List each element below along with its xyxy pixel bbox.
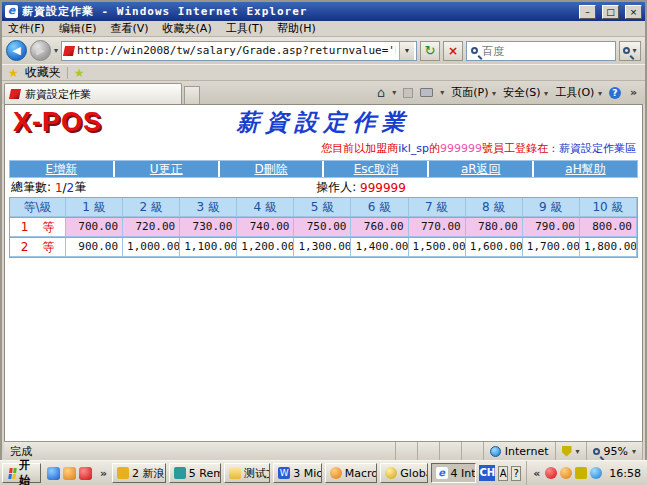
refresh-icon[interactable]: ↻ [420, 41, 440, 61]
ie-icon: e [5, 5, 18, 18]
forward-button[interactable]: ▶ [30, 40, 51, 61]
home-icon[interactable]: ⌂ [377, 85, 385, 100]
help-button[interactable]: aH幫助 [534, 161, 637, 177]
address-input[interactable] [77, 44, 396, 57]
home-dropdown-icon[interactable]: ▾ [392, 88, 396, 97]
taskbar-button-global[interactable]: Global... [380, 463, 427, 483]
current-record: 1 [55, 181, 63, 195]
menu-favorites[interactable]: 收藏夹(A) [163, 21, 212, 36]
protected-mode-pane[interactable]: ▾ [556, 442, 587, 460]
help-icon[interactable]: ? [609, 87, 621, 99]
address-bar[interactable]: ▾ [61, 41, 417, 61]
back-button[interactable]: ◀ [6, 40, 27, 61]
search-input[interactable] [482, 45, 611, 57]
taskbar-button-sina-uc[interactable]: 2 新浪UC▾ [112, 463, 166, 483]
folder-icon [229, 467, 241, 479]
command-bar: ⌂▾ ▾ 页面(P) ▾ 安全(S) ▾ 工具(O) ▾ ? » [377, 81, 643, 104]
col-header: 7 級 [409, 198, 466, 217]
col-header: 等\級 [10, 198, 66, 217]
menu-view[interactable]: 查看(V) [110, 21, 148, 36]
tab-salary-setting[interactable]: 薪資設定作業 [4, 83, 182, 104]
favorites-label[interactable]: 收藏夹 [25, 64, 61, 81]
print-icon[interactable] [420, 88, 433, 97]
total-records: 2 [67, 181, 75, 195]
tray-update-icon[interactable] [575, 467, 587, 479]
login-status-line: 您目前以加盟商ikl_sp的999999號員工登錄在：薪資設定作業區 [5, 139, 642, 159]
history-dropdown-icon[interactable]: ▾ [54, 46, 58, 55]
menu-tools[interactable]: 工具(T) [226, 21, 263, 36]
table-row[interactable]: 2等 900.00 1,000.00 1,100.00 1,200.00 1,3… [9, 238, 638, 258]
menu-bar: 文件(F) 编辑(E) 查看(V) 收藏夹(A) 工具(T) 帮助(H) [2, 21, 645, 37]
record-info-row: 總筆數: 1 /2筆 操作人: 999999 [5, 178, 642, 197]
title-bar: e 薪資設定作業 - Windows Internet Explorer – □… [2, 2, 645, 21]
tab-title: 薪資設定作業 [25, 87, 91, 102]
language-indicator[interactable]: CH [479, 465, 495, 481]
search-go-button[interactable]: ▾ [619, 41, 641, 61]
divider [67, 67, 68, 79]
ime-icon[interactable]: A [498, 466, 508, 481]
safety-menu[interactable]: 安全(S) ▾ [503, 85, 548, 100]
quicklaunch-qq-icon[interactable] [79, 467, 92, 480]
operator-value: 999999 [360, 181, 406, 195]
tray-network-icon[interactable] [590, 467, 602, 479]
tray-qq-icon[interactable] [545, 467, 557, 479]
taskbar-button-word[interactable]: W3 Mic...▾ [273, 463, 321, 483]
print-dropdown-icon[interactable]: ▾ [440, 88, 444, 97]
taskbar-button-test-docs[interactable]: 测试文档 [224, 463, 270, 483]
zoom-control[interactable]: 95% ▾ [587, 442, 643, 460]
favorites-bar: ★ 收藏夹 ★ [2, 64, 645, 81]
ime-help-icon[interactable]: ? [511, 466, 521, 481]
cancel-button[interactable]: Esc取消 [324, 161, 427, 177]
salary-grade-table: 等\級 1 級 2 級 3 級 4 級 5 級 6 級 7 級 8 級 9 級 … [9, 197, 638, 218]
security-zone: Internet [484, 442, 556, 460]
status-pane [462, 442, 484, 460]
delete-button[interactable]: D刪除 [220, 161, 323, 177]
search-engine-dropdown-icon[interactable]: ▾ [632, 46, 636, 55]
navigation-bar: ◀ ▶ ▾ ▾ ↻ × ▾ [2, 37, 645, 64]
page-viewport: X-POS 薪資設定作業 您目前以加盟商ikl_sp的999999號員工登錄在：… [4, 104, 643, 441]
search-box[interactable] [466, 41, 616, 61]
add-favorite-icon[interactable]: ★ [74, 66, 85, 80]
page-menu[interactable]: 页面(P) ▾ [451, 85, 496, 100]
taskbar-button-macromedia[interactable]: Macrom... [325, 463, 378, 483]
macromedia-icon [330, 467, 342, 479]
tray-chevron-icon[interactable]: « [531, 467, 542, 480]
menu-file[interactable]: 文件(F) [8, 21, 45, 36]
close-button[interactable]: × [625, 5, 642, 19]
minimize-button[interactable]: – [579, 5, 596, 19]
taskbar-button-internet-explorer[interactable]: e4 Int...▾ [431, 463, 477, 483]
update-button[interactable]: U更正 [115, 161, 218, 177]
zoom-icon [593, 448, 600, 455]
remote-desktop-icon [174, 467, 186, 479]
word-icon: W [278, 467, 290, 479]
address-dropdown-icon[interactable]: ▾ [399, 42, 414, 60]
new-tab-button[interactable] [184, 86, 200, 104]
feed-icon[interactable] [403, 88, 413, 98]
quicklaunch-browser-icon[interactable] [47, 467, 60, 480]
return-button[interactable]: aR返回 [429, 161, 532, 177]
action-button-bar: E增新 U更正 D刪除 Esc取消 aR返回 aH幫助 [9, 160, 638, 178]
col-header: 1 級 [66, 198, 123, 217]
menu-help[interactable]: 帮助(H) [277, 21, 316, 36]
tab-bar: 薪資設定作業 ⌂▾ ▾ 页面(P) ▾ 安全(S) ▾ 工具(O) ▾ ? » [2, 81, 645, 104]
start-button[interactable]: 开始 [2, 463, 41, 483]
maximize-button[interactable]: □ [602, 5, 619, 19]
favorites-star-icon: ★ [8, 66, 19, 80]
col-header: 8 級 [466, 198, 523, 217]
quicklaunch-messenger-icon[interactable] [63, 467, 76, 480]
col-header: 4 級 [237, 198, 294, 217]
status-pane [440, 442, 462, 460]
table-row[interactable]: 1等 700.00 720.00 730.00 740.00 750.00 76… [9, 218, 638, 238]
stop-icon[interactable]: × [443, 41, 463, 61]
global-icon [385, 467, 397, 479]
tools-menu[interactable]: 工具(O) ▾ [555, 85, 602, 100]
total-label: 總筆數: [11, 179, 51, 196]
add-button[interactable]: E增新 [10, 161, 113, 177]
taskbar-button-remote[interactable]: 5 Rem...▾ [169, 463, 221, 483]
tray-flame-icon[interactable] [560, 467, 572, 479]
col-header: 5 級 [294, 198, 351, 217]
taskbar: 开始 » 2 新浪UC▾ 5 Rem...▾ 测试文档 W3 Mic...▾ M… [0, 460, 647, 485]
overflow-chevron-icon[interactable]: » [628, 86, 639, 99]
quicklaunch-chevron-icon[interactable]: » [98, 467, 109, 480]
menu-edit[interactable]: 编辑(E) [59, 21, 97, 36]
